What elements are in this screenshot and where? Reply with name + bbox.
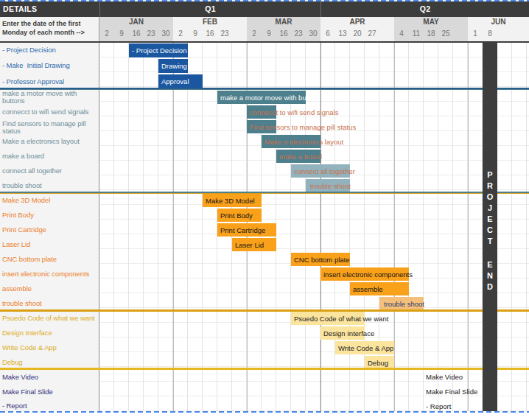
gantt-bar-connect-all[interactable]: connect all together — [291, 164, 350, 178]
date-cell[interactable]: 1 — [468, 27, 483, 41]
date-cell[interactable]: 2 — [173, 27, 188, 41]
gantt-bar-trouble-shoot-orange[interactable]: trouble shoot — [379, 297, 424, 310]
gantt-bar-assemble[interactable]: assemble — [350, 282, 409, 295]
quarter-header-q1[interactable]: Q1 — [99, 0, 320, 17]
date-cell[interactable]: 23 — [291, 27, 306, 41]
date-row-mar: 29162330 — [247, 27, 320, 41]
gantt-bar-drawing[interactable]: Drawing — [158, 59, 188, 73]
gantt-bar-make-3d-model[interactable]: Make 3D Model — [203, 194, 262, 207]
date-cell[interactable] — [232, 27, 247, 41]
task-label-design-interface[interactable]: Design Interface — [0, 326, 99, 340]
date-cell[interactable]: 9 — [262, 27, 276, 41]
gantt-bar-design-interface[interactable]: Design Interface — [320, 326, 365, 340]
task-label-make-video[interactable]: Make Video — [0, 370, 99, 385]
date-cell[interactable]: 9 — [188, 27, 203, 41]
task-label-make-initial-drawing[interactable]: - Make Initial Drawing — [0, 58, 99, 74]
gantt-bar-wifi-signals[interactable]: connecct to wifi send signals — [247, 105, 276, 119]
gantt-bar-trouble-shoot-teal[interactable]: trouble shoot — [306, 179, 350, 192]
task-label-make-a-board[interactable]: make a board — [0, 149, 99, 164]
month-header-apr[interactable]: APR — [320, 17, 394, 27]
section-divider-gold2 — [0, 368, 529, 370]
task-label-cnc-bottom-plate[interactable]: CNC bottom plate — [0, 252, 99, 267]
section-divider-teal-top — [0, 89, 529, 90]
date-cell[interactable]: 16 — [203, 27, 217, 41]
task-label-psuedo-code[interactable]: Psuedo Code of what we want — [0, 311, 99, 326]
task-label-print-body[interactable]: Print Body — [0, 208, 99, 223]
month-header-jun[interactable]: JUN — [468, 17, 529, 27]
month-header-may[interactable]: MAY — [394, 17, 468, 27]
date-cell[interactable]: 6 — [320, 27, 335, 41]
task-label-wifi-signals[interactable]: connecct to wifi send signals — [0, 105, 99, 119]
month-header-mar[interactable]: MAR — [247, 17, 320, 27]
gantt-bar-make-a-board[interactable]: make a board — [276, 150, 320, 163]
gantt-bar-insert-components[interactable]: insert electronic components — [320, 267, 409, 281]
details-header[interactable]: DETAILS — [0, 0, 99, 17]
project-end-letter: T — [488, 236, 493, 247]
cell-text-make-final-slide[interactable]: Make Final Slide — [426, 385, 477, 399]
date-cell[interactable]: 11 — [409, 27, 424, 41]
bar-label: Laser Lid — [235, 241, 264, 249]
month-gridline — [394, 43, 395, 413]
date-cell[interactable]: 30 — [306, 27, 320, 41]
gantt-bar-cnc-bottom-plate[interactable]: CNC bottom plate — [291, 253, 350, 266]
date-cell[interactable]: 27 — [365, 27, 379, 41]
date-cell[interactable]: 2 — [99, 27, 114, 41]
task-label-motor-move[interactable]: make a motor move with buttons — [0, 90, 99, 105]
quarter-header-q2[interactable]: Q2 — [320, 0, 529, 17]
date-cell[interactable]: 23 — [144, 27, 158, 41]
date-cell[interactable]: 20 — [350, 27, 365, 41]
date-cell[interactable]: 9 — [114, 27, 129, 41]
project-end-letter: P — [487, 169, 492, 181]
task-label-make-final-slide[interactable]: Make Final Slide — [0, 385, 99, 399]
gantt-bar-print-cartridge[interactable]: Print Cartridge — [217, 223, 276, 237]
task-label-insert-components[interactable]: insert electronic components — [0, 267, 99, 281]
project-end-letter: J — [488, 203, 492, 214]
date-cell[interactable]: 13 — [335, 27, 350, 41]
task-label-trouble-shoot-teal[interactable]: trouble shoot — [0, 178, 99, 193]
date-cell[interactable]: 18 — [424, 27, 438, 41]
date-cell[interactable]: 23 — [217, 27, 232, 41]
date-cell[interactable]: 8 — [483, 27, 497, 41]
project-end-bar[interactable]: P R O J E C T E N D — [483, 43, 497, 413]
task-label-print-cartridge[interactable]: Print Cartridge — [0, 223, 99, 237]
bar-label: Make a electronics layout — [264, 138, 343, 146]
selection-border-bottom — [0, 411, 529, 413]
bar-label: make a board — [279, 153, 322, 161]
task-label-assemble[interactable]: assemble — [0, 281, 99, 296]
bar-label: Write Code & App — [338, 344, 393, 352]
gantt-bar-motor-move[interactable]: make a motor move with buttons — [217, 91, 306, 104]
gantt-bar-approval[interactable]: Approval — [158, 74, 203, 88]
bar-label: connect all together — [294, 167, 355, 175]
date-cell[interactable]: 16 — [129, 27, 144, 41]
gantt-bar-find-sensors[interactable]: Find sensors to manage pill status — [247, 120, 276, 133]
gantt-bar-psuedo-code[interactable]: Psuedo Code of what we want — [291, 312, 365, 325]
date-cell[interactable]: 2 — [247, 27, 262, 41]
task-label-electronics-layout[interactable]: Make a electronics layout — [0, 134, 99, 149]
task-label-laser-lid[interactable]: Laser Lid — [0, 237, 99, 252]
task-label-make-3d-model[interactable]: Make 3D Model — [0, 193, 99, 208]
month-header-jan[interactable]: JAN — [99, 17, 173, 27]
date-cell[interactable]: 30 — [158, 27, 173, 41]
gantt-bar-electronics-layout[interactable]: Make a electronics layout — [262, 135, 320, 148]
task-label-project-decision[interactable]: - Project Decision — [0, 43, 99, 58]
month-header-feb[interactable]: FEB — [173, 17, 247, 27]
date-cell[interactable] — [512, 27, 529, 41]
gantt-bar-laser-lid[interactable]: Laser Lid — [232, 238, 276, 251]
task-label-connect-all[interactable]: connect all together — [0, 164, 99, 178]
date-row-may: 4111825 — [394, 27, 468, 41]
date-cell[interactable] — [453, 27, 468, 41]
gantt-bar-write-code-app[interactable]: Write Code & App — [335, 341, 394, 354]
date-cell[interactable] — [497, 27, 512, 41]
date-cell[interactable]: 16 — [276, 27, 291, 41]
bar-label: trouble shoot — [310, 182, 351, 190]
task-label-write-code-app[interactable]: Write Code & App — [0, 340, 99, 355]
task-label-trouble-shoot-orange[interactable]: trouble shoot — [0, 296, 99, 311]
cell-text-make-video[interactable]: Make Video — [426, 371, 463, 384]
bar-label: insert electronic components — [323, 270, 413, 279]
date-cell[interactable] — [379, 27, 394, 41]
gantt-bar-print-body[interactable]: Print Body — [217, 209, 262, 222]
date-cell[interactable]: 25 — [438, 27, 453, 41]
note-cell[interactable]: Enter the date of the first Monday of ea… — [0, 17, 99, 41]
gantt-bar-project-decision[interactable]: - Project Decision — [129, 43, 188, 57]
date-cell[interactable]: 4 — [394, 27, 409, 41]
